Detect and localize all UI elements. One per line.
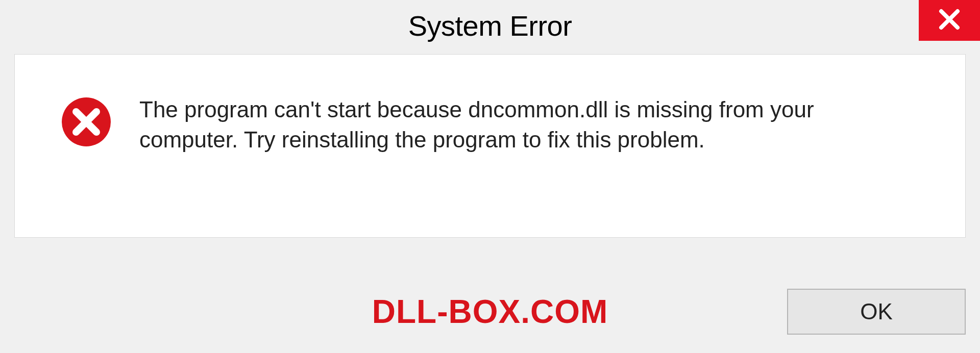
button-row: DLL-BOX.COM OK bbox=[0, 289, 980, 335]
title-bar: System Error bbox=[0, 0, 980, 51]
watermark-text: DLL-BOX.COM bbox=[372, 293, 608, 331]
close-button[interactable] bbox=[919, 0, 980, 41]
error-message: The program can't start because dncommon… bbox=[139, 94, 905, 155]
dialog-title: System Error bbox=[408, 9, 572, 42]
content-panel: The program can't start because dncommon… bbox=[14, 54, 966, 238]
ok-button-label: OK bbox=[860, 299, 893, 324]
error-icon bbox=[61, 96, 112, 147]
ok-button[interactable]: OK bbox=[787, 289, 966, 335]
close-icon bbox=[938, 8, 961, 33]
